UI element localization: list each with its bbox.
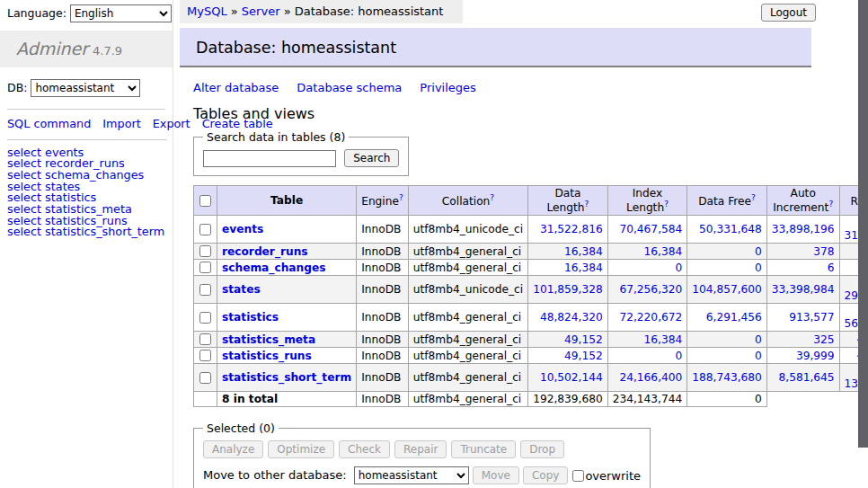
index-length-link[interactable]: 16,384 <box>644 333 683 346</box>
data-free-link[interactable]: 50,331,648 <box>699 223 762 235</box>
table-row: statisticsInnoDButf8mb4_general_ci48,824… <box>194 304 868 332</box>
data-free-link[interactable]: 0 <box>755 333 762 346</box>
help-link[interactable]: ? <box>585 200 589 209</box>
table-name-cell: statistics_short_term <box>217 364 357 392</box>
data-length-link[interactable]: 16,384 <box>564 245 603 258</box>
auto-increment-link[interactable]: 378 <box>813 245 834 258</box>
total-engine-cell: InnoDB <box>357 392 409 407</box>
data-length-link[interactable]: 10,502,144 <box>540 371 603 384</box>
copy-button[interactable]: Copy <box>523 466 568 484</box>
data-length-link[interactable]: 16,384 <box>564 262 603 274</box>
data-free-link[interactable]: 0 <box>755 262 762 274</box>
index-length-link[interactable]: 67,256,320 <box>619 283 682 296</box>
row-checkbox[interactable] <box>199 284 211 296</box>
data-length-link[interactable]: 101,859,328 <box>533 283 603 296</box>
data-length-link[interactable]: 48,824,320 <box>540 311 603 324</box>
engine-cell: InnoDB <box>357 332 409 348</box>
db-select[interactable]: homeassistant <box>31 79 140 97</box>
auto-increment-link[interactable]: 8,581,645 <box>779 371 835 384</box>
breadcrumb-link[interactable]: MySQL <box>187 4 227 18</box>
row-checkbox[interactable] <box>199 333 211 345</box>
move-button[interactable]: Move <box>473 466 519 484</box>
data-length-link[interactable]: 31,522,816 <box>540 223 603 235</box>
select-link[interactable]: select <box>7 225 41 238</box>
row-checkbox[interactable] <box>199 372 211 384</box>
engine-cell: InnoDB <box>357 276 409 304</box>
data-free-cell: 50,331,648 <box>687 216 767 244</box>
auto-increment-link[interactable]: 6 <box>828 262 835 274</box>
table-name-cell: recorder_runs <box>217 244 357 260</box>
analyze-button[interactable]: Analyze <box>203 440 263 458</box>
row-checkbox[interactable] <box>199 350 211 361</box>
table-name-link[interactable]: statistics_short_term <box>222 371 351 384</box>
optimize-button[interactable]: Optimize <box>268 440 334 458</box>
help-link[interactable]: ? <box>399 193 403 202</box>
data-free-link[interactable]: 0 <box>755 245 762 258</box>
help-link[interactable]: ? <box>664 200 669 209</box>
row-checkbox[interactable] <box>199 224 211 235</box>
table-name-link[interactable]: events <box>222 223 263 235</box>
table-row: statistics_short_termInnoDButf8mb4_gener… <box>194 364 868 392</box>
check-button[interactable]: Check <box>339 440 390 458</box>
row-checkbox-cell <box>194 364 217 392</box>
breadcrumb: MySQL » Server » Database: homeassistant <box>180 0 463 23</box>
select-all-checkbox[interactable] <box>199 195 211 207</box>
tables-table: TableEngine?Collation?Data Length?Index … <box>193 185 868 407</box>
language-select[interactable]: English <box>70 4 172 22</box>
table-link[interactable]: statistics_short_term <box>45 225 164 238</box>
index-length-link[interactable]: 70,467,584 <box>619 223 682 235</box>
move-db-select[interactable]: homeassistant <box>354 466 469 484</box>
row-checkbox[interactable] <box>199 262 211 273</box>
auto-increment-link[interactable]: 325 <box>813 333 834 346</box>
data-length-link[interactable]: 49,152 <box>564 333 603 346</box>
index-length-link[interactable]: 0 <box>676 350 683 362</box>
data-free-link[interactable]: 104,857,600 <box>692 283 762 296</box>
index-length-link[interactable]: 16,384 <box>644 245 683 258</box>
search-button[interactable]: Search <box>344 149 399 167</box>
selected-legend: Selected (0) <box>203 421 279 435</box>
overwrite-checkbox[interactable] <box>572 470 584 482</box>
index-length-link[interactable]: 24,166,400 <box>619 371 682 384</box>
data-free-link[interactable]: 0 <box>755 350 762 362</box>
help-link[interactable]: ? <box>490 193 494 202</box>
engine-cell: InnoDB <box>357 260 409 276</box>
data-free-cell: 0 <box>687 332 767 348</box>
data-length-link[interactable]: 49,152 <box>564 350 603 362</box>
help-link[interactable]: ? <box>751 193 756 202</box>
db-nav-link[interactable]: Alter database <box>193 81 279 94</box>
scrollbar-thumb[interactable] <box>858 0 868 448</box>
data-free-link[interactable]: 188,743,680 <box>692 371 762 384</box>
table-name-link[interactable]: statistics_runs <box>222 350 312 362</box>
row-checkbox[interactable] <box>199 245 211 257</box>
db-nav-link[interactable]: Privileges <box>420 81 476 94</box>
search-input[interactable] <box>203 150 336 167</box>
sidebar-action-link[interactable]: SQL command <box>7 117 91 130</box>
table-name-link[interactable]: states <box>222 283 261 296</box>
selected-fieldset: Selected (0) AnalyzeOptimizeCheckRepairT… <box>193 421 651 488</box>
row-checkbox[interactable] <box>199 312 211 324</box>
auto-increment-link[interactable]: 39,999 <box>796 350 835 362</box>
collation-cell: utf8mb4_general_ci <box>408 332 527 348</box>
vertical-scrollbar[interactable] <box>858 0 868 488</box>
auto-increment-link[interactable]: 913,577 <box>789 311 834 324</box>
index-length-link[interactable]: 72,220,672 <box>619 311 682 324</box>
table-name-link[interactable]: statistics_meta <box>222 333 315 346</box>
breadcrumb-link[interactable]: Server <box>242 4 280 18</box>
table-name-link[interactable]: statistics <box>222 311 279 324</box>
table-name-link[interactable]: recorder_runs <box>222 245 308 258</box>
column-header: Data Length? <box>528 186 608 216</box>
truncate-button[interactable]: Truncate <box>451 440 516 458</box>
column-header-label: Collation <box>442 195 491 208</box>
db-nav-link[interactable]: Database schema <box>297 81 402 94</box>
sidebar-action-link[interactable]: Import <box>102 117 140 130</box>
auto-increment-link[interactable]: 33,898,196 <box>772 223 835 235</box>
data-free-link[interactable]: 6,291,456 <box>706 311 762 324</box>
help-link[interactable]: ? <box>828 200 833 209</box>
auto-increment-link[interactable]: 33,398,984 <box>772 283 835 296</box>
total-data-free-cell: 0 <box>687 392 767 407</box>
logout-button[interactable]: Logout <box>761 4 816 22</box>
drop-button[interactable]: Drop <box>520 440 564 458</box>
repair-button[interactable]: Repair <box>394 440 447 458</box>
table-name-link[interactable]: schema_changes <box>222 262 325 274</box>
index-length-link[interactable]: 0 <box>676 262 683 274</box>
